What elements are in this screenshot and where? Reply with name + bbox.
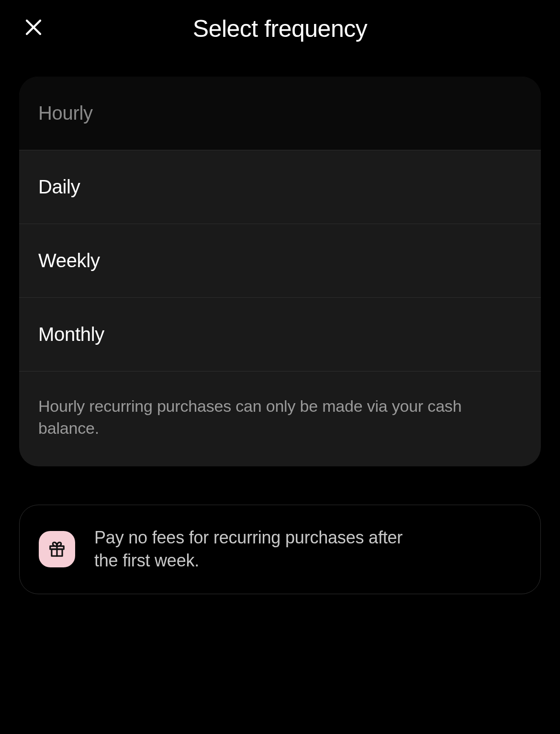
- frequency-hint: Hourly recurring purchases can only be m…: [38, 395, 522, 440]
- gift-icon: [48, 540, 66, 558]
- option-label: Hourly: [38, 102, 522, 124]
- option-label: Weekly: [38, 250, 522, 271]
- close-button[interactable]: [22, 15, 45, 39]
- close-icon: [23, 17, 44, 37]
- frequency-card: Hourly Daily Weekly Monthly Hourly recur…: [19, 77, 541, 466]
- option-label: Daily: [38, 176, 522, 198]
- frequency-option-hourly[interactable]: Hourly: [19, 77, 541, 150]
- option-label: Monthly: [38, 324, 522, 345]
- header: Select frequency: [0, 0, 560, 57]
- frequency-hint-container: Hourly recurring purchases can only be m…: [19, 372, 541, 466]
- promo-card: Pay no fees for recurring purchases afte…: [19, 505, 541, 594]
- frequency-option-weekly[interactable]: Weekly: [19, 224, 541, 298]
- frequency-option-monthly[interactable]: Monthly: [19, 298, 541, 372]
- promo-text: Pay no fees for recurring purchases afte…: [94, 526, 429, 573]
- frequency-option-daily[interactable]: Daily: [19, 150, 541, 224]
- page-title: Select frequency: [193, 15, 367, 43]
- promo-badge: [39, 531, 75, 567]
